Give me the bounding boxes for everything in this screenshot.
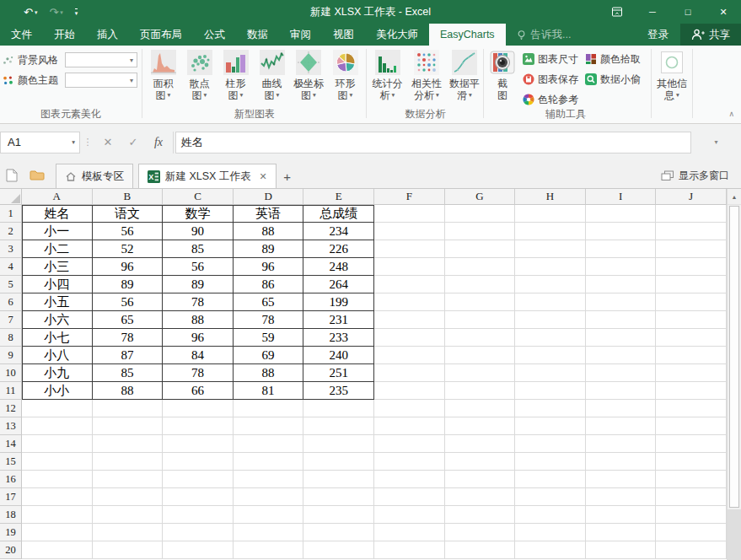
cell-H19[interactable] (515, 524, 586, 541)
row-header-11[interactable]: 11 (0, 382, 22, 400)
cell-E18[interactable] (303, 506, 374, 524)
cell-H5[interactable] (515, 276, 586, 293)
cell-J12[interactable] (656, 400, 727, 417)
expand-formula-bar-button[interactable]: ▾ (691, 138, 741, 146)
col-header-C[interactable]: C (163, 189, 234, 205)
row-header-4[interactable]: 4 (0, 258, 22, 276)
cell-F7[interactable] (374, 311, 445, 329)
cell-E6[interactable]: 199 (303, 293, 374, 311)
cell-G10[interactable] (445, 364, 516, 382)
color-theme-dropdown[interactable]: ▾ (65, 73, 137, 88)
row-header-13[interactable]: 13 (0, 417, 22, 435)
cell-F19[interactable] (374, 524, 445, 541)
cell-J14[interactable] (656, 435, 727, 453)
row-header-18[interactable]: 18 (0, 506, 22, 524)
cell-B16[interactable] (93, 471, 164, 488)
tab-EasyCharts[interactable]: EasyCharts (429, 24, 506, 46)
cell-C20[interactable] (163, 541, 234, 559)
cell-E19[interactable] (303, 524, 374, 541)
cell-F1[interactable] (374, 205, 445, 223)
cell-D11[interactable]: 81 (234, 382, 304, 400)
cell-E10[interactable]: 251 (303, 364, 374, 382)
cell-A6[interactable]: 小五 (22, 293, 93, 311)
cell-A14[interactable] (22, 435, 93, 453)
cell-B3[interactable]: 52 (93, 240, 164, 258)
cell-I16[interactable] (586, 471, 657, 488)
col-header-G[interactable]: G (445, 189, 516, 205)
cell-G4[interactable] (445, 258, 516, 276)
sign-in-button[interactable]: 登录 (636, 24, 680, 46)
cell-J2[interactable] (656, 223, 727, 240)
color-wheel-reference-button[interactable]: 色轮参考 (523, 92, 578, 107)
cell-D13[interactable] (234, 417, 304, 435)
cell-H14[interactable] (515, 435, 586, 453)
cell-A3[interactable]: 小二 (22, 240, 93, 258)
row-header-14[interactable]: 14 (0, 435, 22, 453)
close-button[interactable]: ✕ (706, 0, 741, 24)
cell-F18[interactable] (374, 506, 445, 524)
cell-I10[interactable] (586, 364, 657, 382)
cell-I8[interactable] (586, 329, 657, 347)
row-header-19[interactable]: 19 (0, 524, 22, 541)
cell-C16[interactable] (163, 471, 234, 488)
cell-C1[interactable]: 数学 (163, 205, 234, 223)
cell-G17[interactable] (445, 488, 516, 506)
row-header-15[interactable]: 15 (0, 453, 22, 471)
cell-G1[interactable] (445, 205, 516, 223)
col-header-E[interactable]: E (303, 189, 374, 205)
cell-J7[interactable] (656, 311, 727, 329)
vertical-scrollbar[interactable]: ▲ (727, 189, 741, 560)
redo-button[interactable]: ↷▾ (49, 7, 62, 18)
cell-F8[interactable] (374, 329, 445, 347)
cell-D2[interactable]: 88 (234, 223, 304, 240)
formula-input[interactable]: 姓名 (175, 132, 691, 153)
row-header-9[interactable]: 9 (0, 347, 22, 364)
cell-H3[interactable] (515, 240, 586, 258)
cell-E2[interactable]: 234 (303, 223, 374, 240)
cell-J15[interactable] (656, 453, 727, 471)
cell-I12[interactable] (586, 400, 657, 417)
cell-C19[interactable] (163, 524, 234, 541)
cell-I9[interactable] (586, 347, 657, 364)
cell-A16[interactable] (22, 471, 93, 488)
cell-H7[interactable] (515, 311, 586, 329)
cell-D10[interactable]: 88 (234, 364, 304, 382)
cell-H6[interactable] (515, 293, 586, 311)
cell-G3[interactable] (445, 240, 516, 258)
tab-美化大师[interactable]: 美化大师 (365, 24, 429, 46)
undo-button[interactable]: ↶▾ (24, 7, 37, 18)
col-header-H[interactable]: H (515, 189, 586, 205)
cell-H1[interactable] (515, 205, 586, 223)
cell-J6[interactable] (656, 293, 727, 311)
cell-D7[interactable]: 78 (234, 311, 304, 329)
cell-J16[interactable] (656, 471, 727, 488)
cell-J13[interactable] (656, 417, 727, 435)
cell-H2[interactable] (515, 223, 586, 240)
cell-C10[interactable]: 78 (163, 364, 234, 382)
cell-J8[interactable] (656, 329, 727, 347)
row-header-10[interactable]: 10 (0, 364, 22, 382)
cell-I15[interactable] (586, 453, 657, 471)
cell-G15[interactable] (445, 453, 516, 471)
cell-F9[interactable] (374, 347, 445, 364)
row-header-12[interactable]: 12 (0, 400, 22, 417)
tab-template-zone[interactable]: 模板专区 (56, 164, 133, 188)
open-folder-button[interactable] (24, 163, 51, 188)
tab-插入[interactable]: 插入 (86, 24, 129, 46)
cell-F17[interactable] (374, 488, 445, 506)
cell-G9[interactable] (445, 347, 516, 364)
cell-C5[interactable]: 89 (163, 276, 234, 293)
cell-C12[interactable] (163, 400, 234, 417)
cell-E11[interactable]: 235 (303, 382, 374, 400)
cell-J20[interactable] (656, 541, 727, 559)
cell-C3[interactable]: 85 (163, 240, 234, 258)
enter-button[interactable]: ✓ (121, 132, 146, 153)
cell-F6[interactable] (374, 293, 445, 311)
cell-C9[interactable]: 84 (163, 347, 234, 364)
cell-H8[interactable] (515, 329, 586, 347)
cell-A10[interactable]: 小九 (22, 364, 93, 382)
cell-H4[interactable] (515, 258, 586, 276)
cell-B2[interactable]: 56 (93, 223, 164, 240)
tab-数据[interactable]: 数据 (236, 24, 279, 46)
cell-C8[interactable]: 96 (163, 329, 234, 347)
